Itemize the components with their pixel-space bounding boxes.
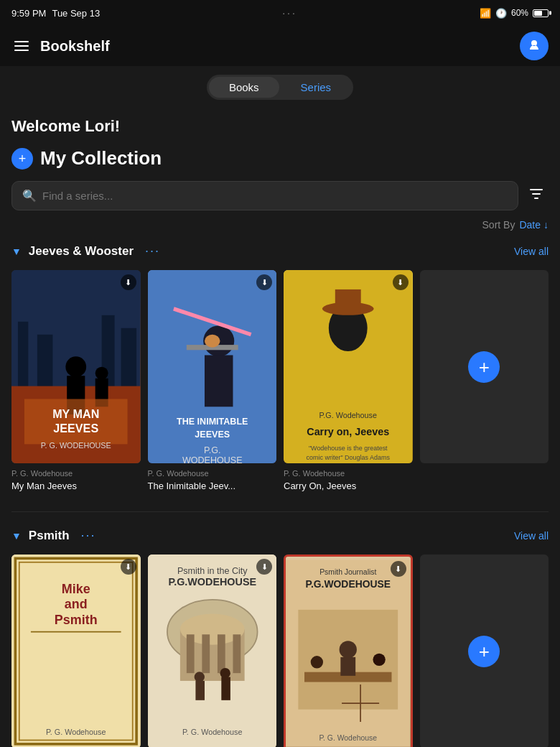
download-badge: ⬇	[121, 274, 136, 290]
book-author: P. G. Wodehouse	[284, 469, 413, 478]
my-collection: + My Collection	[11, 147, 549, 170]
svg-rect-56	[221, 677, 230, 700]
wifi-icon: 📶	[480, 8, 491, 19]
book-cover: Psmith in the City P.G.WODEHOUSE	[148, 555, 277, 747]
tab-switcher: Books Series	[0, 66, 560, 108]
svg-text:WODEHOUSE: WODEHOUSE	[182, 455, 242, 463]
svg-point-53	[194, 672, 204, 682]
svg-text:"Wodehouse is the greatest: "Wodehouse is the greatest	[309, 445, 388, 452]
svg-rect-49	[186, 635, 194, 674]
menu-button[interactable]	[11, 38, 32, 54]
books-grid-jeeves: MY MAN JEEVES P. G. WODEHOUSE ⬇ P. G. Wo…	[11, 270, 549, 491]
add-book-area: +	[420, 270, 549, 463]
status-center: ···	[282, 7, 297, 19]
chevron-down-icon: ▼	[11, 246, 22, 257]
svg-text:Psmith Journalist: Psmith Journalist	[319, 569, 376, 577]
book-author: P. G. Wodehouse	[148, 469, 277, 478]
svg-text:Mike: Mike	[62, 582, 90, 596]
chevron-down-psmith-icon: ▼	[11, 530, 22, 542]
series-header-jeeves: ▼ Jeeves & Wooster ··· View all	[11, 242, 549, 260]
tab-group: Books Series	[207, 75, 353, 100]
ellipsis-dots: ···	[282, 7, 297, 19]
download-badge: ⬇	[256, 274, 272, 290]
svg-text:P.G.WODEHOUSE: P.G.WODEHOUSE	[168, 576, 256, 588]
view-all-psmith-button[interactable]: View all	[514, 530, 549, 542]
svg-point-55	[220, 668, 230, 678]
svg-rect-52	[233, 635, 241, 674]
svg-text:P. G. Wodehouse: P. G. Wodehouse	[46, 728, 106, 737]
list-item[interactable]: P.G. Wodehouse Carry on, Jeeves "Wodehou…	[284, 270, 413, 491]
series-name-jeeves: Jeeves & Wooster	[29, 244, 134, 259]
series-header-left-psmith: ▼ Psmith ···	[11, 526, 101, 544]
app-title: Bookshelf	[40, 38, 110, 55]
svg-point-65	[311, 656, 323, 668]
series-jeeves-wooster: ▼ Jeeves & Wooster ··· View all	[11, 242, 549, 491]
add-collection-button[interactable]: +	[11, 148, 33, 170]
svg-text:P. G. Wodehouse: P. G. Wodehouse	[319, 734, 377, 742]
search-input[interactable]	[42, 190, 508, 202]
search-icon: 🔍	[22, 189, 37, 203]
svg-rect-27	[335, 289, 361, 312]
avatar-button[interactable]	[520, 32, 549, 60]
svg-text:P. G. Wodehouse: P. G. Wodehouse	[182, 728, 242, 737]
list-item[interactable]: Mike and Psmith P. G. Wodehouse ⬇ P. G. …	[11, 555, 141, 747]
svg-text:P. G. WODEHOUSE: P. G. WODEHOUSE	[41, 441, 111, 450]
svg-text:JEEVES: JEEVES	[53, 422, 98, 435]
svg-text:Psmith: Psmith	[55, 613, 98, 627]
add-psmith-placeholder[interactable]: +	[420, 555, 549, 747]
books-grid-psmith: Mike and Psmith P. G. Wodehouse ⬇ P. G. …	[11, 555, 549, 747]
download-badge: ⬇	[391, 561, 406, 577]
tab-books[interactable]: Books	[209, 77, 279, 98]
book-cover: THE INIMITABLE JEEVES P.G. WODEHOUSE ⬇	[148, 270, 277, 463]
add-book-button[interactable]: +	[468, 351, 500, 383]
status-date: Tue Sep 13	[52, 8, 100, 19]
status-right: 📶 🕐 60%	[480, 8, 549, 19]
sort-row: Sort By Date ↓	[11, 219, 549, 231]
list-item[interactable]: THE INIMITABLE JEEVES P.G. WODEHOUSE ⬇ P…	[148, 270, 277, 491]
svg-text:and: and	[65, 598, 88, 612]
svg-rect-16	[204, 355, 232, 407]
book-cover: P.G. Wodehouse Carry on, Jeeves "Wodehou…	[284, 270, 413, 463]
filter-button[interactable]	[524, 182, 549, 210]
svg-rect-51	[217, 635, 225, 674]
collection-title: My Collection	[40, 147, 162, 170]
tab-series[interactable]: Series	[281, 77, 352, 98]
svg-text:MY MAN: MY MAN	[52, 407, 99, 420]
more-options-psmith-button[interactable]: ···	[77, 526, 101, 544]
svg-point-63	[340, 641, 357, 659]
list-item[interactable]: MY MAN JEEVES P. G. WODEHOUSE ⬇ P. G. Wo…	[11, 270, 141, 491]
divider	[11, 511, 549, 512]
clock-icon: 🕐	[495, 8, 507, 19]
add-book-placeholder[interactable]: +	[420, 270, 549, 491]
main-content: Welcome Lori! + My Collection 🔍 Sort By …	[0, 108, 560, 747]
svg-text:JEEVES: JEEVES	[195, 430, 230, 440]
svg-text:P.G.WODEHOUSE: P.G.WODEHOUSE	[306, 578, 391, 590]
book-title: The Inimitable Jeev...	[148, 481, 277, 491]
more-options-jeeves-button[interactable]: ···	[141, 242, 164, 260]
svg-text:P.G.: P.G.	[204, 445, 220, 455]
svg-point-6	[65, 356, 86, 377]
add-psmith-area: +	[420, 555, 549, 747]
svg-point-66	[373, 654, 385, 666]
book-cover: MY MAN JEEVES P. G. WODEHOUSE ⬇	[11, 270, 141, 463]
welcome-text: Welcome Lori!	[11, 117, 549, 136]
list-item[interactable]: Psmith in the City P.G.WODEHOUSE	[148, 555, 277, 747]
svg-text:comic writer" Douglas Adams: comic writer" Douglas Adams	[307, 454, 391, 461]
sort-button[interactable]: Date ↓	[519, 219, 549, 231]
top-bar-left: Bookshelf	[11, 38, 110, 55]
search-row: 🔍	[11, 181, 549, 210]
svg-text:P.G. Wodehouse: P.G. Wodehouse	[319, 411, 377, 419]
sort-arrow-icon: ↓	[543, 219, 549, 231]
svg-point-8	[95, 367, 108, 380]
sort-label: Sort By	[482, 219, 515, 231]
list-item[interactable]: Psmith Journalist P.G.WODEHOUSE	[284, 555, 413, 747]
svg-rect-50	[202, 635, 210, 674]
book-title: Carry On, Jeeves	[284, 481, 413, 491]
add-psmith-button[interactable]: +	[468, 636, 500, 667]
series-header-left: ▼ Jeeves & Wooster ···	[11, 242, 164, 260]
view-all-jeeves-button[interactable]: View all	[514, 246, 549, 257]
search-box: 🔍	[11, 181, 518, 210]
svg-point-18	[204, 335, 220, 348]
svg-text:Carry on, Jeeves: Carry on, Jeeves	[307, 426, 389, 437]
svg-text:THE INIMITABLE: THE INIMITABLE	[177, 417, 248, 427]
